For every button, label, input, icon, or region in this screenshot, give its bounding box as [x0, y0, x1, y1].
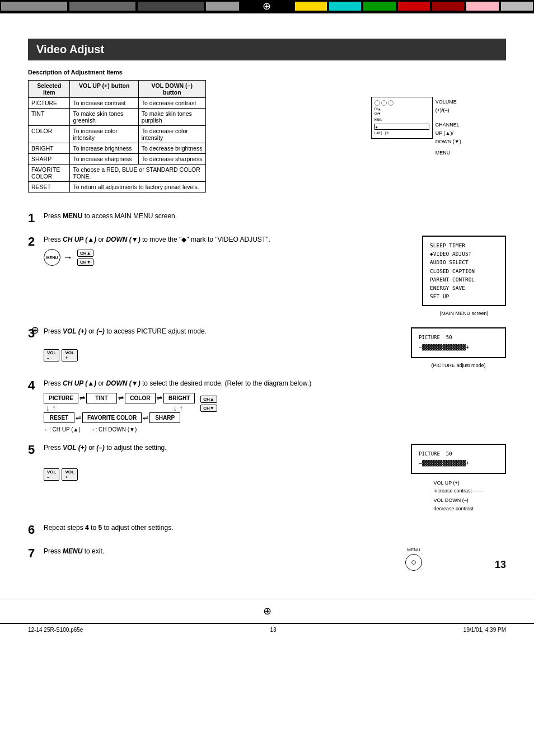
footer-center: 13 — [270, 627, 277, 633]
table-row: SHARP To increase sharpness To decrease … — [29, 154, 206, 165]
table-row: TINT To make skin tones greenish To make… — [29, 109, 206, 126]
mode-diagram: PICTURE ⇌ TINT ⇌ COLOR ⇌ BRIGHT ↓ ↑ — [44, 393, 195, 433]
row-voldown: To decrease sharpness — [138, 154, 205, 165]
menu-label: MENU — [435, 149, 461, 157]
step2-text: Press CH UP (▲) or DOWN (▼) to move the … — [44, 236, 270, 243]
legend-ch-up: ←: CH UP (▲) — [44, 426, 81, 433]
vol-up-annotation: VOL UP (+) — [433, 479, 483, 487]
row-item: PICTURE — [29, 98, 70, 109]
row-voldown: To decrease brightness — [138, 143, 205, 154]
picture-adjust-screen: PICTURE 50 –▓▓▓▓▓▓▓▓▓▓▓▓▓+ — [411, 327, 506, 358]
legend-ch-down: →: CH DOWN (▼) — [90, 426, 137, 433]
adjustment-table: Selected item VOL UP (+) button VOL DOWN… — [28, 80, 206, 192]
row-item: COLOR — [29, 126, 70, 143]
row-volup: To increase sharpness — [70, 154, 138, 165]
ch-up-button[interactable]: CH▲ — [77, 250, 93, 257]
page-title: Video Adjust — [28, 39, 506, 60]
row-item: RESET — [29, 182, 70, 192]
step-3: 3 Press VOL (+) or (–) to access PICTURE… — [28, 327, 506, 368]
mode-tint: TINT — [86, 393, 117, 403]
col-header-volup: VOL UP (+) button — [70, 81, 138, 98]
mode-reset: RESET — [44, 412, 74, 423]
row-volup: To increase brightness — [70, 143, 138, 154]
row-desc: To choose a RED, BLUE or STANDARD COLOR … — [70, 165, 205, 182]
menu-label-step7: MENU — [407, 547, 420, 552]
row-volup: To increase color intensity — [70, 126, 138, 143]
vol-minus-button-2[interactable]: VOL– — [44, 468, 59, 481]
vol-plus-button-2[interactable]: VOL+ — [62, 468, 77, 481]
menu-button-step7[interactable]: ◯ — [405, 554, 422, 571]
ch-down-button[interactable]: CH▼ — [77, 259, 93, 266]
picture-label: PICTURE 50 — [419, 333, 498, 342]
top-section: Selected item VOL UP (+) button VOL DOWN… — [28, 80, 506, 201]
step6-text: Repeat steps 4 to 5 to adjust other sett… — [44, 524, 174, 532]
step-2: 2 Press CH UP (▲) or DOWN (▼) to move th… — [28, 236, 506, 316]
mode-bright: BRIGHT — [163, 393, 195, 403]
adjustment-table-area: Selected item VOL UP (+) button VOL DOWN… — [28, 80, 315, 201]
row-item: FAVORITECOLOR — [29, 165, 70, 182]
table-row: PICTURE To increase contrast To decrease… — [29, 98, 206, 109]
vol-minus-button[interactable]: VOL– — [44, 349, 59, 361]
row-volup: To increase contrast — [70, 98, 138, 109]
ch-up-button-2[interactable]: CH▲ — [200, 396, 217, 403]
step-4: 4 Press CH UP (▲) or DOWN (▼) to select … — [28, 379, 506, 433]
row-voldown: To decrease color intensity — [138, 126, 205, 143]
main-menu-screen: SLEEP TIMER ◆VIDEO ADJUST AUDIO SELECT C… — [422, 236, 506, 306]
col-header-item: Selected item — [29, 81, 70, 98]
volume-label: VOLUME(+)/(–) — [435, 98, 461, 115]
step3-text: Press VOL (+) or (–) to access PICTURE a… — [44, 327, 207, 335]
step-1: 1 Press MENU to access MAIN MENU screen. — [28, 212, 506, 224]
step5-text: Press VOL (+) or (–) to adjust the setti… — [44, 444, 167, 452]
mode-sharp: SHARP — [149, 412, 180, 423]
step-6: 6 Repeat steps 4 to 5 to adjust other se… — [28, 524, 506, 536]
main-content: Video Adjust Description of Adjustment I… — [0, 25, 534, 593]
table-row: COLOR To increase color intensity To dec… — [29, 126, 206, 143]
steps-section: ⊕ 1 Press MENU to access MAIN MENU scree… — [28, 212, 506, 571]
mode-picture: PICTURE — [44, 393, 78, 403]
step4-text: Press CH UP (▲) or DOWN (▼) to select th… — [44, 379, 506, 387]
row-item: TINT — [29, 109, 70, 126]
footer-right: 19/1/01, 4:39 PM — [463, 627, 506, 633]
top-decorative-bar: ⊕ — [0, 0, 534, 12]
ch-down-button-2[interactable]: CH▼ — [200, 405, 217, 412]
footer: 12-14 25R-S100.p65e 13 19/1/01, 4:39 PM — [0, 623, 534, 636]
left-crosshair: ⊕ — [31, 324, 39, 336]
step-7: 7 Press MENU to exit. MENU ◯ — [28, 547, 506, 571]
section-header: Description of Adjustment Items — [28, 69, 506, 76]
bottom-crosshair: ⊕ — [263, 605, 271, 617]
mode-color: COLOR — [125, 393, 156, 403]
tv-diagram-area: CH▲ CH▼ MENU ◉ LAP[ ]R — [326, 80, 506, 201]
picture-bar: –▓▓▓▓▓▓▓▓▓▓▓▓▓+ — [419, 342, 498, 353]
mode-favorite-color: FAVORITE COLOR — [82, 412, 142, 423]
table-row: BRIGHT To increase brightness To decreas… — [29, 143, 206, 154]
row-item: BRIGHT — [29, 143, 70, 154]
page-number: 13 — [495, 559, 506, 571]
row-voldown: To decrease contrast — [138, 98, 205, 109]
picture-adjust-caption: (PICTURE adjust mode) — [431, 363, 485, 368]
row-desc: To return all adjustments to factory pre… — [70, 182, 205, 192]
page-title-text: Video Adjust — [36, 43, 104, 55]
footer-left: 12-14 25R-S100.p65e — [28, 627, 83, 633]
channel-label: CHANNELUP (▲)/DOWN (▼) — [435, 121, 461, 147]
col-header-voldown: VOL DOWN (–) button — [138, 81, 205, 98]
table-row: RESET To return all adjustments to facto… — [29, 182, 206, 192]
picture-adjust-screen-2: PICTURE 50 –▓▓▓▓▓▓▓▓▓▓▓▓▓+ — [411, 444, 506, 474]
vol-down-annotation: VOL DOWN (–) — [433, 496, 483, 504]
step1-text: Press MENU to access MAIN MENU screen. — [44, 212, 177, 220]
step7-text: Press MENU to exit. — [44, 547, 104, 555]
vol-plus-button[interactable]: VOL+ — [62, 349, 77, 361]
row-voldown: To make skin tones purplish — [138, 109, 205, 126]
step-5: 5 Press VOL (+) or (–) to adjust the set… — [28, 444, 506, 513]
menu-button[interactable]: MENU — [44, 249, 60, 266]
table-row: FAVORITECOLOR To choose a RED, BLUE or S… — [29, 165, 206, 182]
picture-bar-2: –▓▓▓▓▓▓▓▓▓▓▓▓▓+ — [419, 458, 498, 468]
row-item: SHARP — [29, 154, 70, 165]
row-volup: To make skin tones greenish — [70, 109, 138, 126]
main-menu-caption: (MAIN MENU screen) — [439, 311, 488, 316]
